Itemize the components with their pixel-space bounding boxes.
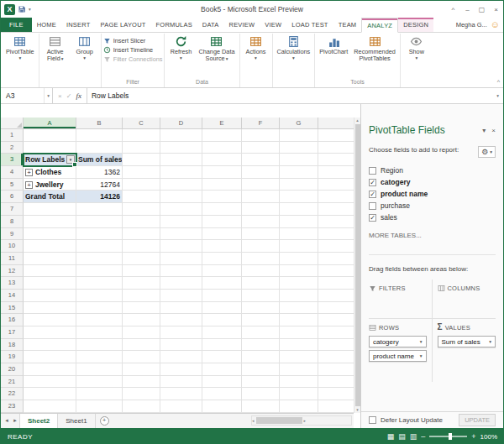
maximize-button[interactable]: ▢ <box>475 3 489 16</box>
cell[interactable] <box>76 142 123 154</box>
cell[interactable] <box>76 203 123 216</box>
cell[interactable] <box>280 277 318 290</box>
cell[interactable] <box>242 376 280 389</box>
cell[interactable] <box>318 339 354 352</box>
cell[interactable] <box>123 253 160 265</box>
zoom-level[interactable]: 100% <box>480 433 497 441</box>
cell-a4[interactable]: +Clothes <box>24 166 76 179</box>
cell[interactable] <box>160 326 202 339</box>
cell[interactable] <box>123 376 160 389</box>
values-area[interactable]: Σ VALUES Sum of sales ▾ <box>433 318 496 382</box>
cell[interactable] <box>160 203 202 216</box>
cell[interactable] <box>123 400 160 413</box>
cell[interactable] <box>160 388 202 400</box>
cell[interactable] <box>123 179 160 191</box>
row-labels-filter-icon[interactable]: ▾ <box>66 155 75 164</box>
cell[interactable] <box>24 265 76 278</box>
formula-input[interactable]: Row Labels <box>87 88 492 103</box>
cell[interactable] <box>123 314 160 326</box>
cell[interactable] <box>318 129 354 142</box>
column-header-g[interactable]: G <box>280 118 318 129</box>
tab-analyze[interactable]: ANALYZ <box>361 18 398 33</box>
field-list-options-button[interactable]: ⚙ ▾ <box>478 146 496 158</box>
dropdown-icon[interactable]: ▾ <box>420 339 423 344</box>
cell[interactable] <box>242 339 280 352</box>
dropdown-icon[interactable]: ▾ <box>489 339 491 344</box>
cell[interactable] <box>76 265 123 278</box>
expand-clothes-icon[interactable]: + <box>25 169 33 176</box>
cell[interactable] <box>160 339 202 352</box>
insert-timeline-button[interactable]: Insert Timeline <box>103 46 163 54</box>
smiley-icon[interactable]: ☺ <box>491 20 500 29</box>
row-header[interactable]: 16 <box>1 314 24 326</box>
cell[interactable] <box>202 277 242 290</box>
cell[interactable] <box>242 400 280 413</box>
row-header[interactable]: 8 <box>1 216 24 228</box>
cell[interactable] <box>318 265 354 278</box>
cell[interactable] <box>123 265 160 278</box>
row-header[interactable]: 7 <box>1 203 24 216</box>
field-product-name[interactable]: ✓ product name <box>369 188 496 200</box>
cell[interactable] <box>280 400 318 413</box>
cell[interactable] <box>280 351 318 363</box>
cell[interactable] <box>318 191 354 203</box>
cell-b5[interactable]: 12764 <box>76 179 123 191</box>
cell[interactable] <box>318 400 354 413</box>
show-button[interactable]: Show ▾ <box>403 34 430 61</box>
cell[interactable] <box>318 302 354 315</box>
cell[interactable] <box>160 191 202 203</box>
checkbox-icon[interactable] <box>369 202 376 210</box>
field-catogery[interactable]: ✓ catogery <box>369 176 496 188</box>
cell[interactable] <box>160 142 202 154</box>
cell[interactable] <box>123 290 160 302</box>
cell[interactable] <box>318 376 354 389</box>
cell[interactable] <box>76 351 123 363</box>
cell[interactable] <box>318 363 354 376</box>
zoom-in-button[interactable]: + <box>471 433 475 441</box>
cell[interactable] <box>76 240 123 253</box>
row-header[interactable]: 9 <box>1 228 24 241</box>
cell[interactable] <box>280 228 318 241</box>
cell[interactable] <box>202 191 242 203</box>
cell[interactable] <box>242 290 280 302</box>
cell[interactable] <box>24 129 76 142</box>
cell[interactable] <box>318 290 354 302</box>
row-header[interactable]: 1 <box>1 129 24 142</box>
cell[interactable] <box>318 203 354 216</box>
insert-function-icon[interactable]: fx <box>76 91 81 100</box>
row-header[interactable]: 18 <box>1 339 24 352</box>
cell[interactable] <box>318 314 354 326</box>
cell[interactable] <box>202 228 242 241</box>
cell[interactable] <box>242 302 280 315</box>
cell[interactable] <box>24 240 76 253</box>
cell[interactable] <box>76 216 123 228</box>
scroll-down-icon[interactable]: ▾ <box>356 407 359 413</box>
checkbox-icon[interactable]: ✓ <box>369 179 376 186</box>
column-header-c[interactable]: C <box>123 118 160 129</box>
cell[interactable] <box>202 302 242 315</box>
cell[interactable] <box>280 376 318 389</box>
cell[interactable] <box>76 302 123 315</box>
update-button[interactable]: UPDATE <box>459 414 496 426</box>
zoom-slider[interactable] <box>429 436 467 437</box>
cell[interactable] <box>123 339 160 352</box>
row-header[interactable]: 21 <box>1 376 24 389</box>
cell[interactable] <box>242 216 280 228</box>
cell[interactable] <box>280 166 318 179</box>
actions-button[interactable]: Actions ▾ <box>243 34 270 61</box>
cell[interactable] <box>160 290 202 302</box>
zoom-slider-thumb[interactable] <box>449 433 452 440</box>
group-button[interactable]: Group ▾ <box>71 34 98 61</box>
field-region[interactable]: Region <box>369 165 496 176</box>
name-box[interactable]: A3 ▾ <box>1 88 53 103</box>
cell[interactable] <box>160 216 202 228</box>
cell[interactable] <box>123 363 160 376</box>
cell[interactable] <box>280 129 318 142</box>
cell[interactable] <box>202 142 242 154</box>
cell[interactable] <box>280 240 318 253</box>
cell[interactable] <box>318 166 354 179</box>
cell-a5[interactable]: +Jwellery <box>24 179 76 191</box>
select-all-corner[interactable] <box>1 118 24 129</box>
tab-page-layout[interactable]: PAGE LAYOUT <box>96 18 151 32</box>
cell[interactable] <box>318 388 354 400</box>
